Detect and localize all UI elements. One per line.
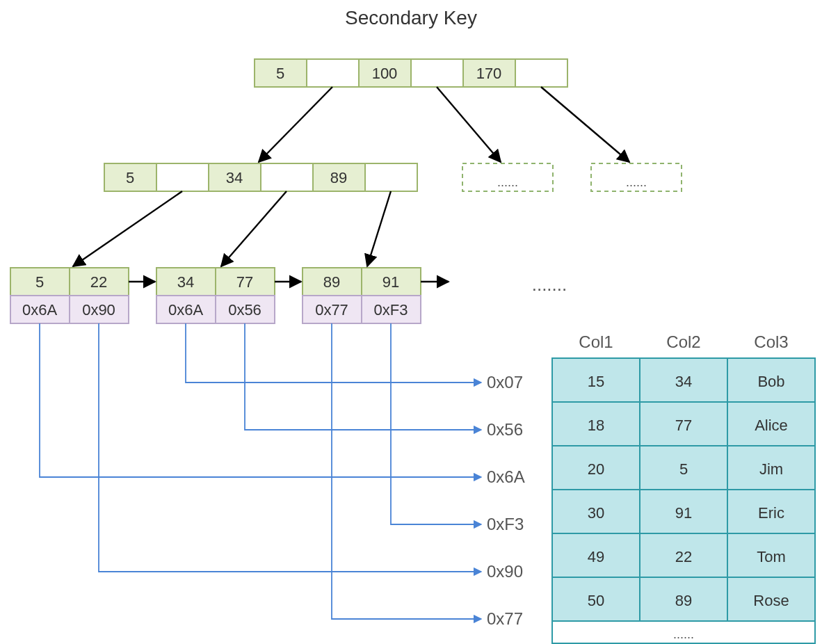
svg-text:Bob: Bob xyxy=(757,373,784,390)
svg-text:77: 77 xyxy=(236,273,253,291)
ptr-leaf2-val1 xyxy=(391,323,481,524)
internal-node: 5 34 89 xyxy=(104,163,417,191)
svg-rect-11 xyxy=(365,163,417,191)
svg-text:15: 15 xyxy=(588,373,604,390)
svg-text:Alice: Alice xyxy=(755,417,788,434)
svg-rect-3 xyxy=(411,59,463,87)
address-0: 0x07 xyxy=(487,373,523,392)
ptr-leaf1-val0 xyxy=(186,323,481,383)
placeholder-ellipsis-2: ...... xyxy=(626,175,647,189)
svg-text:Rose: Rose xyxy=(753,592,789,609)
svg-rect-7 xyxy=(156,163,209,191)
data-table: Col1 Col2 Col3 15 34 Bob 18 77 Alice 20 … xyxy=(552,332,815,643)
col-header-2: Col3 xyxy=(754,332,788,351)
diagram-title: Secondary Key xyxy=(345,7,477,29)
root-key-1: 100 xyxy=(372,65,398,82)
secondary-key-diagram: Secondary Key 5 100 170 5 34 89 ...... .… xyxy=(0,0,822,644)
svg-text:22: 22 xyxy=(90,273,107,291)
address-2: 0x6A xyxy=(487,467,525,486)
ptr-leaf0-val1 xyxy=(99,323,481,572)
table-more: ...... xyxy=(673,627,694,641)
ptr-leaf1-val1 xyxy=(245,323,481,430)
arrow-int-to-leaf1 xyxy=(221,191,287,266)
svg-text:91: 91 xyxy=(675,504,692,522)
ptr-leaf2-val0 xyxy=(332,323,481,619)
root-key-0: 5 xyxy=(276,65,284,82)
arrow-root-to-internal xyxy=(259,87,332,162)
svg-text:0x6A: 0x6A xyxy=(22,301,57,319)
svg-rect-5 xyxy=(515,59,567,87)
svg-text:49: 49 xyxy=(588,548,604,565)
leaf-node-1: 34 77 0x6A 0x56 xyxy=(156,268,275,323)
svg-text:22: 22 xyxy=(675,548,692,565)
svg-text:20: 20 xyxy=(588,460,604,478)
svg-text:5: 5 xyxy=(679,460,688,478)
table-row: 49 22 Tom xyxy=(552,533,815,577)
svg-text:18: 18 xyxy=(588,417,604,434)
internal-key-2: 89 xyxy=(330,169,347,186)
address-5: 0x77 xyxy=(487,609,523,628)
svg-text:50: 50 xyxy=(588,592,604,609)
svg-text:34: 34 xyxy=(675,373,692,390)
col-header-0: Col1 xyxy=(579,332,613,351)
arrow-root-to-ghost1 xyxy=(437,87,501,162)
leaf-node-0: 5 22 0x6A 0x90 xyxy=(10,268,129,323)
ptr-leaf0-val0 xyxy=(40,323,481,477)
table-row: 50 89 Rose xyxy=(552,577,815,621)
leaves-ellipsis: ....... xyxy=(532,274,567,295)
address-list: 0x07 0x56 0x6A 0xF3 0x90 0x77 xyxy=(487,373,525,628)
svg-text:Tom: Tom xyxy=(757,548,786,565)
leaf-node-2: 89 91 0x77 0xF3 xyxy=(303,268,421,323)
table-row: 18 77 Alice xyxy=(552,402,815,446)
root-node: 5 100 170 xyxy=(255,59,567,87)
internal-key-1: 34 xyxy=(226,169,243,186)
address-4: 0x90 xyxy=(487,562,523,581)
svg-text:Eric: Eric xyxy=(758,504,784,522)
arrow-int-to-leaf2 xyxy=(367,191,391,266)
svg-text:0x6A: 0x6A xyxy=(168,301,203,319)
svg-text:5: 5 xyxy=(35,273,44,291)
address-1: 0x56 xyxy=(487,420,523,439)
svg-text:0x77: 0x77 xyxy=(315,301,348,319)
svg-rect-1 xyxy=(307,59,359,87)
svg-text:89: 89 xyxy=(323,273,340,291)
table-row: 20 5 Jim xyxy=(552,446,815,490)
arrow-root-to-ghost2 xyxy=(541,87,629,162)
root-key-2: 170 xyxy=(476,65,502,82)
svg-text:0x90: 0x90 xyxy=(82,301,115,319)
svg-text:91: 91 xyxy=(382,273,399,291)
table-row: 30 91 Eric xyxy=(552,490,815,533)
svg-text:34: 34 xyxy=(177,273,194,291)
svg-text:77: 77 xyxy=(675,417,692,434)
col-header-1: Col2 xyxy=(666,332,700,351)
svg-text:Jim: Jim xyxy=(759,460,783,478)
svg-text:0xF3: 0xF3 xyxy=(374,301,408,319)
svg-text:0x56: 0x56 xyxy=(228,301,261,319)
svg-text:30: 30 xyxy=(588,504,604,522)
table-row: 15 34 Bob xyxy=(552,358,815,402)
address-3: 0xF3 xyxy=(487,515,524,533)
arrow-int-to-leaf0 xyxy=(73,191,182,266)
placeholder-ellipsis-1: ...... xyxy=(497,175,518,189)
internal-key-0: 5 xyxy=(126,169,134,186)
svg-rect-9 xyxy=(261,163,313,191)
svg-text:89: 89 xyxy=(675,592,692,609)
